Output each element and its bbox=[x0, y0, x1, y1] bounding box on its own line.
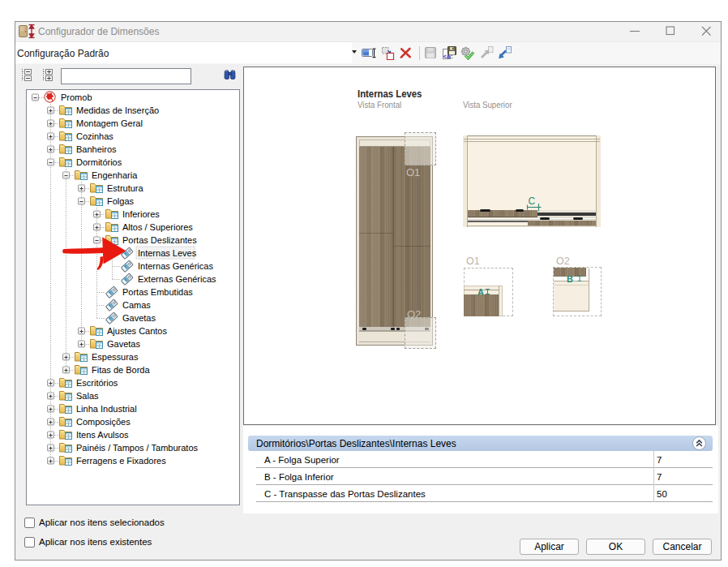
svg-text:Estrutura: Estrutura bbox=[107, 183, 144, 193]
svg-text:Internas Leves: Internas Leves bbox=[138, 248, 197, 258]
svg-text:Engenharia: Engenharia bbox=[92, 170, 138, 180]
svg-text:Externas Genéricas: Externas Genéricas bbox=[138, 274, 216, 284]
svg-text:Painéis / Tampos / Tamburatos: Painéis / Tampos / Tamburatos bbox=[76, 443, 199, 453]
svg-text:Dormitórios: Dormitórios bbox=[76, 157, 122, 167]
svg-text:Internas Genéricas: Internas Genéricas bbox=[138, 261, 213, 271]
svg-text:Cozinhas: Cozinhas bbox=[76, 131, 113, 141]
svg-text:Altos / Superiores: Altos / Superiores bbox=[122, 222, 193, 232]
svg-text:Montagem Geral: Montagem Geral bbox=[76, 118, 143, 128]
svg-text:B: B bbox=[567, 274, 573, 284]
svg-text:Ferragens e Fixadores: Ferragens e Fixadores bbox=[76, 456, 166, 466]
svg-text:Salas: Salas bbox=[76, 391, 99, 401]
svg-text:Camas: Camas bbox=[122, 300, 151, 310]
svg-text:Promob: Promob bbox=[61, 92, 92, 102]
svg-text:A: A bbox=[477, 287, 484, 297]
svg-text:Itens Avulsos: Itens Avulsos bbox=[76, 430, 129, 440]
svg-text:C: C bbox=[529, 195, 536, 207]
svg-text:Escritórios: Escritórios bbox=[76, 378, 118, 388]
svg-text:Medidas de Inserção: Medidas de Inserção bbox=[76, 105, 159, 115]
svg-text:Gavetas: Gavetas bbox=[122, 313, 156, 323]
svg-text:Gavetas: Gavetas bbox=[107, 339, 140, 349]
svg-text:Banheiros: Banheiros bbox=[76, 144, 117, 154]
svg-text:Linha Industrial: Linha Industrial bbox=[76, 404, 137, 414]
svg-text:Ajustes Cantos: Ajustes Cantos bbox=[107, 326, 167, 336]
svg-text:Folgas: Folgas bbox=[107, 196, 135, 206]
svg-text:Composições: Composições bbox=[76, 417, 131, 427]
svg-text:Portas Embutidas: Portas Embutidas bbox=[122, 287, 193, 297]
svg-text:Portas Deslizantes: Portas Deslizantes bbox=[122, 235, 197, 245]
svg-text:Espessuras: Espessuras bbox=[92, 352, 139, 362]
svg-text:Inferiores: Inferiores bbox=[122, 209, 160, 219]
svg-text:Fitas de Borda: Fitas de Borda bbox=[92, 365, 150, 375]
